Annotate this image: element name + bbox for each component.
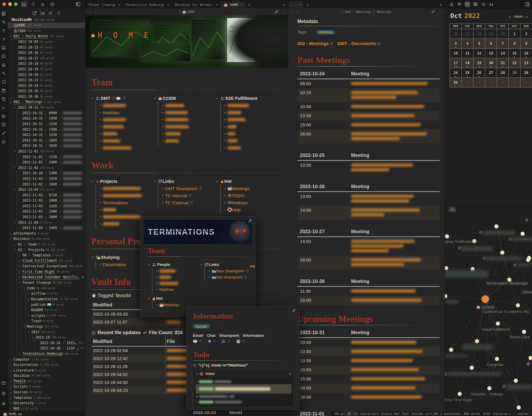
note-link[interactable]: New Sharepoint <box>216 269 244 273</box>
close-window-button[interactable] <box>2 2 6 6</box>
note-link[interactable]: Dissertation <box>103 262 126 267</box>
graph-node[interactable] <box>445 234 449 238</box>
tree-file[interactable]: 2022-11-03 - 1600 - <box>8 214 85 220</box>
tree-file[interactable]: 2022-10-31 - 1530 - <box>8 132 85 138</box>
calendar-day-cell[interactable]: 11 <box>462 49 473 58</box>
ribbon-image-icon[interactable] <box>1 44 6 51</box>
tree-file[interactable]: publishSH0 words <box>8 302 85 307</box>
list-item[interactable]: •Matthias <box>100 109 154 116</box>
tree-file[interactable]: 2022-10-2463 words <box>8 83 85 89</box>
tree-folder[interactable]: ▾2022-10234 words <box>8 335 85 340</box>
tree-folder[interactable]: ▾2022234 words <box>8 329 85 335</box>
chevron-down-icon[interactable]: ▾ <box>19 281 22 284</box>
tree-file[interactable]: 2022-10-2690 words <box>8 94 85 100</box>
tree-folder[interactable]: ▸University3 words <box>8 400 85 406</box>
calendar-day-cell[interactable]: 25 <box>462 68 473 78</box>
chevron-down-icon[interactable]: ▾ <box>10 101 14 104</box>
status-item[interactable]: ✓ <box>513 412 515 415</box>
meeting-cell[interactable] <box>349 102 440 111</box>
tree-folder[interactable]: ▸Scripts0 words <box>8 384 85 390</box>
star-icon[interactable] <box>39 1 46 7</box>
graph-node[interactable] <box>500 251 504 255</box>
calendar-day-cell[interactable]: 16 <box>521 49 532 58</box>
list-item[interactable]: • <box>224 123 282 130</box>
graph-node[interactable] <box>487 386 491 390</box>
list-item[interactable]: • <box>224 102 282 109</box>
ribbon-grid-icon[interactable] <box>1 10 6 17</box>
chevron-down-icon[interactable]: ▾ <box>32 336 36 339</box>
chevron-down-icon[interactable]: ▾ <box>14 106 18 109</box>
clipped-help-link[interactable]: elp <box>250 264 255 268</box>
list-icon[interactable] <box>480 1 486 7</box>
calendar-day-cell[interactable]: 23 <box>521 58 532 68</box>
calendar-day-cell[interactable]: 22 <box>509 58 521 68</box>
list-item[interactable]: • <box>100 185 154 192</box>
calendar-next-button[interactable]: › <box>526 14 528 19</box>
search-icon[interactable] <box>30 1 36 7</box>
back-arrow-icon[interactable]: ← <box>89 10 91 14</box>
list-item[interactable]: • <box>100 116 154 123</box>
calendar-day-cell[interactable]: 4 <box>497 78 509 87</box>
calendar-day-cell[interactable]: 28 <box>497 68 509 78</box>
meeting-cell[interactable] <box>349 384 440 393</box>
calendar-prev-button[interactable]: ‹ <box>508 14 511 19</box>
tree-file[interactable]: 2022-10-24 - 1015…157 words <box>8 340 85 346</box>
tree-folder[interactable]: ▸Literature0 words <box>8 367 85 373</box>
calendar-day-cell[interactable]: 14 <box>497 49 509 58</box>
calendar-day-cell[interactable]: 30 <box>521 68 532 78</box>
graph-node[interactable] <box>458 392 462 396</box>
note-link[interactable]: 002 - Meetings↗ <box>297 41 333 46</box>
collapse-icon[interactable] <box>56 11 61 15</box>
todo-item[interactable]: ▾ <box>196 394 291 399</box>
close-icon[interactable]: × <box>118 3 120 7</box>
meeting-cell[interactable] <box>349 374 440 384</box>
popup-open-link-button[interactable] <box>343 411 355 416</box>
calendar-day-cell[interactable]: 6 <box>485 39 497 49</box>
forward-arrow-icon[interactable]: → <box>94 10 96 14</box>
printer-icon[interactable]: ↗ <box>236 339 245 343</box>
chevron-right-icon[interactable]: ▸ <box>28 319 31 322</box>
calendar-icon[interactable] <box>464 1 470 7</box>
graph-node[interactable] <box>528 356 532 360</box>
tree-folder[interactable]: ▾Meetings291 words <box>8 324 85 329</box>
right-sidebar-toggle-icon[interactable] <box>524 1 530 7</box>
meeting-cell[interactable] <box>349 160 440 175</box>
chat-icon[interactable]: ↗ <box>208 339 216 343</box>
note-link[interactable]: Old Sharepoint <box>216 275 243 279</box>
list-heading[interactable]: •DMT↗↗ <box>92 96 154 101</box>
calendar-day-cell[interactable]: 30 <box>497 29 509 39</box>
calendar-day-cell[interactable]: 31 <box>450 78 462 87</box>
tree-file[interactable]: 2022-10-31 - 1500 - <box>8 127 85 132</box>
calendar-day-cell[interactable]: 24 <box>450 68 462 78</box>
status-item[interactable]: 2 backlinks <box>440 412 461 415</box>
chevron-right-icon[interactable]: ▸ <box>10 374 14 377</box>
tree-file[interactable]: 2022-10-1979 words <box>8 67 85 72</box>
tree-folder[interactable]: ▾Harmonized Customer Notific…38 words <box>8 274 85 280</box>
graph-node[interactable] <box>495 357 499 361</box>
tree-file[interactable]: 2022-11-03 - 1500 - <box>8 209 85 214</box>
edit-view-icon[interactable] <box>431 10 435 14</box>
table-icon[interactable] <box>472 1 478 7</box>
graph-node[interactable] <box>514 379 518 383</box>
tree-file[interactable]: 2022-10-2163 words <box>8 77 85 83</box>
tree-folder[interactable]: ▸First Time Right39 words <box>8 269 85 275</box>
meeting-cell[interactable] <box>349 338 440 347</box>
graph-node[interactable] <box>517 405 521 410</box>
meeting-cell[interactable] <box>349 79 440 88</box>
chevron-down-icon[interactable]: ▾ <box>10 35 14 38</box>
tree-folder[interactable]: ▾2022-11-02198 words <box>8 165 85 170</box>
list-item[interactable]: •Hotkeys <box>224 199 282 206</box>
list-heading[interactable]: •E2E Fulfillment <box>216 96 282 101</box>
calendar-day-cell[interactable]: 7 <box>497 39 509 49</box>
meeting-cell[interactable] <box>349 296 440 305</box>
ribbon-home-icon[interactable] <box>1 62 6 68</box>
tree-file[interactable]: 2022-10-1860 words <box>8 61 85 67</box>
graph-node[interactable] <box>494 224 498 228</box>
calendar-day-cell[interactable]: 5 <box>473 39 485 49</box>
envelope-icon[interactable]: ↗ <box>193 339 202 343</box>
meeting-cell[interactable] <box>349 356 440 365</box>
tree-folder[interactable]: ▾2022-11-0457 words <box>8 220 85 225</box>
left-sidebar-toggle-icon[interactable] <box>75 1 81 7</box>
tree-file[interactable]: 2022-11-02 - 1430 - <box>8 176 85 182</box>
tab-tenant-cleanup[interactable]: Tenant Cleanup× <box>86 1 123 8</box>
